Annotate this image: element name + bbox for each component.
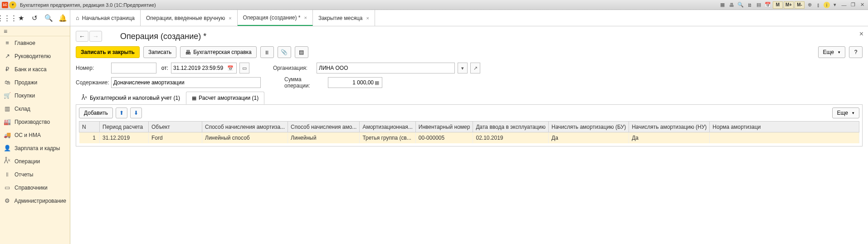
- sidebar-item-main[interactable]: ≡Главное: [0, 36, 70, 49]
- attach-button[interactable]: 📎: [278, 46, 291, 58]
- col-period[interactable]: Период расчета: [100, 122, 149, 132]
- cell-norm[interactable]: [710, 132, 859, 143]
- col-method-bu[interactable]: Способ начисления амортиза...: [202, 122, 288, 132]
- sidebar-item-production[interactable]: 🏭Производство: [0, 115, 70, 128]
- tab-close-icon[interactable]: ×: [304, 15, 307, 20]
- info-icon[interactable]: i: [824, 2, 830, 8]
- print-toolbar-icon[interactable]: 🖶: [727, 1, 736, 9]
- cell-method-bu[interactable]: Линейный способ: [202, 132, 288, 143]
- cell-inv[interactable]: 00-000005: [415, 132, 473, 143]
- calc-toolbar-icon[interactable]: ▤: [755, 1, 763, 9]
- date-input[interactable]: 📅: [171, 63, 237, 73]
- tab-home[interactable]: ⌂ Начальная страница: [70, 10, 141, 26]
- notifications-icon[interactable]: 🔔: [58, 13, 68, 23]
- tab-operations-manual[interactable]: Операции, введенные вручную ×: [141, 10, 238, 26]
- more-button[interactable]: Еще: [818, 46, 845, 58]
- col-method-nu[interactable]: Способ начисления амо...: [288, 122, 360, 132]
- subtab-amortization[interactable]: ▦Расчет амортизации (1): [186, 92, 264, 104]
- table-more-button[interactable]: Еще: [832, 107, 859, 118]
- organization-open-button[interactable]: ↗: [470, 63, 480, 73]
- save-button[interactable]: Записать: [143, 46, 176, 58]
- close-page-icon[interactable]: ×: [859, 30, 863, 38]
- cell-calc-bu[interactable]: Да: [549, 132, 629, 143]
- tab-close-icon[interactable]: ×: [366, 15, 369, 21]
- table-row[interactable]: 1 31.12.2019 Ford Линейный способ Линейн…: [79, 132, 859, 143]
- help-button[interactable]: ?: [849, 46, 863, 58]
- move-up-button[interactable]: ⬆: [116, 107, 127, 118]
- number-input[interactable]: [111, 63, 156, 73]
- memory-m-icon[interactable]: M: [773, 1, 783, 9]
- nav-forward-button[interactable]: →: [89, 31, 102, 42]
- sidebar-toggle[interactable]: ≡: [0, 26, 70, 36]
- cell-calc-nu[interactable]: Да: [629, 132, 710, 143]
- sidebar-label: Зарплата и кадры: [15, 145, 60, 151]
- list-button[interactable]: ▤: [295, 46, 308, 58]
- move-down-button[interactable]: ⬇: [130, 107, 142, 118]
- sidebar-item-purchases[interactable]: 🛒Покупки: [0, 89, 70, 102]
- col-inv[interactable]: Инвентарный номер: [415, 122, 473, 132]
- col-date[interactable]: Дата ввода в эксплуатацию: [473, 122, 549, 132]
- sidebar-item-reports[interactable]: ⫴Отчеты: [0, 168, 70, 181]
- apps-icon[interactable]: ⋮⋮⋮: [2, 13, 12, 23]
- add-row-button[interactable]: Добавить: [79, 107, 113, 118]
- arrow-down-icon: ⬇: [134, 110, 138, 116]
- sum-input[interactable]: ▦: [328, 77, 382, 88]
- col-group[interactable]: Амортизационная...: [360, 122, 415, 132]
- calc-icon[interactable]: ▦: [374, 80, 380, 86]
- memory-mminus-icon[interactable]: M-: [795, 1, 805, 9]
- cell-object[interactable]: Ford: [149, 132, 202, 143]
- history-icon[interactable]: ↺: [30, 13, 40, 23]
- content-input[interactable]: [111, 77, 261, 88]
- close-window-icon[interactable]: ✕: [858, 1, 866, 9]
- info-dropdown-icon[interactable]: ▾: [831, 1, 839, 9]
- sidebar-label: Главное: [15, 40, 35, 46]
- tab-operation-create[interactable]: Операция (создание) * ×: [238, 10, 313, 26]
- col-calc-nu[interactable]: Начислять амортизацию (НУ): [629, 122, 710, 132]
- tab-label: Операции, введенные вручную: [146, 15, 225, 21]
- date-lock-button[interactable]: ▭: [239, 63, 249, 73]
- sidebar-item-catalogs[interactable]: ▭Справочники: [0, 181, 70, 194]
- history-toolbar-icon[interactable]: 🗎: [746, 1, 754, 9]
- organization-dropdown-button[interactable]: ▾: [458, 63, 468, 73]
- maximize-window-icon[interactable]: ❐: [849, 1, 857, 9]
- col-norm[interactable]: Норма амортизаци: [710, 122, 859, 132]
- minimize-window-icon[interactable]: —: [840, 1, 848, 9]
- cell-group[interactable]: Третья группа (св...: [360, 132, 415, 143]
- cell-period[interactable]: 31.12.2019: [100, 132, 149, 143]
- sidebar-item-salary[interactable]: 👤Зарплата и кадры: [0, 142, 70, 155]
- sidebar-item-sales[interactable]: 🛍Продажи: [0, 76, 70, 89]
- preview-toolbar-icon[interactable]: 🔍: [736, 1, 745, 9]
- organization-input[interactable]: [317, 63, 455, 73]
- sidebar-item-bank[interactable]: ₽Банк и касса: [0, 63, 70, 76]
- calendar-icon[interactable]: 📅: [226, 65, 234, 71]
- col-calc-bu[interactable]: Начислять амортизацию (БУ): [549, 122, 629, 132]
- sidebar-item-manager[interactable]: ↗Руководителю: [0, 49, 70, 63]
- calendar-toolbar-icon[interactable]: 📅: [764, 1, 772, 9]
- col-n[interactable]: N: [79, 122, 100, 132]
- app-menu-dropdown-icon[interactable]: ▾: [9, 1, 16, 9]
- tab-month-close[interactable]: Закрытие месяца ×: [313, 10, 375, 26]
- col-object[interactable]: Объект: [149, 122, 202, 132]
- cell-date[interactable]: 02.10.2019: [473, 132, 549, 143]
- search-icon[interactable]: 🔍: [44, 13, 54, 23]
- sidebar-item-admin[interactable]: ⚙Администрирование: [0, 194, 70, 207]
- tab-close-icon[interactable]: ×: [229, 15, 231, 21]
- cell-n[interactable]: 1: [79, 132, 100, 143]
- save-close-button[interactable]: Записать и закрыть: [76, 46, 140, 58]
- favorites-icon[interactable]: ★: [16, 13, 26, 23]
- subtab-accounting[interactable]: ᐰᵏБухгалтерский и налоговый учет (1): [76, 92, 186, 104]
- salary-icon: 👤: [4, 145, 11, 151]
- nav-back-button[interactable]: ←: [76, 31, 88, 42]
- zoom-in-icon[interactable]: ⊕: [805, 1, 814, 9]
- register-button[interactable]: ⫼: [260, 46, 274, 58]
- cell-method-nu[interactable]: Линейный: [288, 132, 360, 143]
- memory-mplus-icon[interactable]: M+: [784, 1, 794, 9]
- sidebar-item-operations[interactable]: ᐰᵏОперации: [0, 155, 70, 168]
- sidebar-item-warehouse[interactable]: ▥Склад: [0, 102, 70, 115]
- sidebar-item-assets[interactable]: 🚚ОС и НМА: [0, 128, 70, 142]
- accounting-ref-button[interactable]: Бухгалтерская справка: [180, 46, 257, 58]
- sidebar-label: Отчеты: [15, 171, 33, 178]
- sidebar: ≡ ≡Главное ↗Руководителю ₽Банк и касса 🛍…: [0, 26, 70, 244]
- panels-icon[interactable]: ⫿: [814, 1, 823, 9]
- toolbar-icon[interactable]: ▦: [718, 1, 727, 9]
